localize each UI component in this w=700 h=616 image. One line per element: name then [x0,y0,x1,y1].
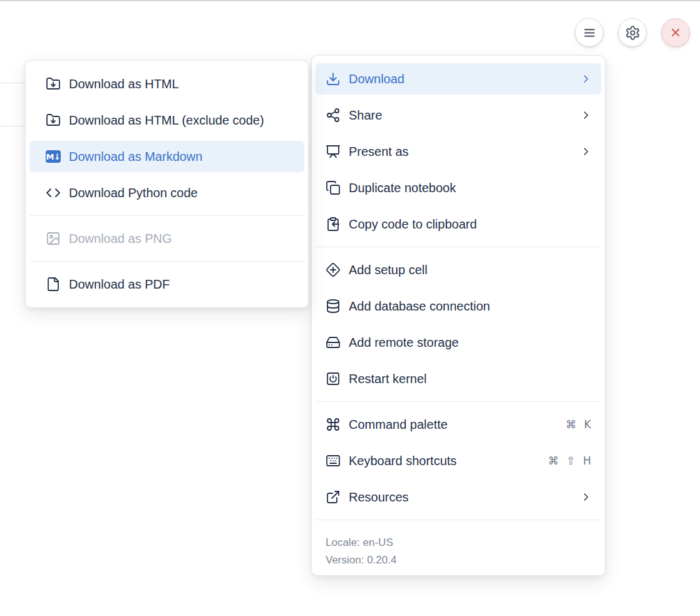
menu-separator [316,520,601,520]
menu-separator [316,401,601,402]
version-label: Version: 0.20.4 [326,552,591,569]
menu-item-add-remote-storage[interactable]: Add remote storage [316,327,601,358]
power-square-icon [326,371,341,386]
share-icon [326,108,341,123]
menu-icon [582,25,597,41]
menu-item-present-as[interactable]: Present as [316,136,601,167]
presentation-icon [326,144,341,159]
shortcut-hint: ⌘ K [565,418,592,431]
menu-item-label: Restart kernel [349,372,592,386]
menu-item-download-as-png: Download as PNG [29,223,304,254]
database-icon [326,299,341,314]
menu-item-download-as-html-exclude-code[interactable]: Download as HTML (exclude code) [29,105,304,136]
menu-item-label: Add remote storage [349,336,592,350]
keyboard-icon [326,453,341,468]
menu-item-label: Download as HTML [69,77,296,91]
folder-download-icon [46,76,61,91]
menu-item-label: Share [349,108,574,123]
download-icon [326,71,341,86]
folder-download-icon [46,113,61,128]
menu-item-add-database-connection[interactable]: Add database connection [316,290,601,322]
background-rule [0,83,26,83]
hard-drive-icon [326,335,341,350]
settings-button[interactable] [618,18,647,47]
menu-item-resources[interactable]: Resources [316,481,601,513]
chevron-right-icon [580,145,592,158]
download-submenu: Download as HTMLDownload as HTML (exclud… [25,60,309,308]
menu-item-label: Download as PNG [69,232,296,246]
gear-icon [625,25,641,41]
window-top-border [0,0,700,1]
shutdown-button[interactable] [661,18,690,47]
menu-item-label: Download as PDF [69,277,296,292]
chevron-right-icon [580,73,592,85]
menu-item-keyboard-shortcuts[interactable]: Keyboard shortcuts⌘ ⇧ H [316,445,601,476]
menu-separator [316,247,601,247]
menu-item-download-as-markdown[interactable]: M↓Download as Markdown [29,141,304,172]
close-icon [669,26,682,39]
menu-item-label: Download Python code [69,186,296,200]
menu-item-download-python-code[interactable]: Download Python code [29,177,304,208]
notebook-menu: DownloadSharePresent asDuplicate noteboo… [311,55,605,576]
menu-item-command-palette[interactable]: Command palette⌘ K [316,409,601,440]
menu-item-duplicate-notebook[interactable]: Duplicate notebook [316,172,601,203]
menu-item-label: Add database connection [349,299,592,314]
menu-item-download-as-html[interactable]: Download as HTML [29,68,304,100]
menu-item-label: Add setup cell [349,263,592,277]
menu-item-add-setup-cell[interactable]: Add setup cell [316,254,601,285]
locale-label: Locale: en-US [326,534,591,552]
clipboard-copy-icon [326,217,341,232]
command-icon [326,417,341,432]
code-icon [46,185,61,200]
menu-item-download-as-pdf[interactable]: Download as PDF [29,269,304,300]
menu-item-restart-kernel[interactable]: Restart kernel [316,363,601,394]
menu-item-label: Download [349,72,574,86]
shortcut-hint: ⌘ ⇧ H [548,454,592,467]
menu-item-label: Copy code to clipboard [349,217,592,232]
menu-item-label: Resources [349,490,574,505]
background-rule [0,126,26,126]
menu-item-label: Keyboard shortcuts [349,454,540,468]
menu-item-label: Download as HTML (exclude code) [69,113,296,128]
menu-separator [29,215,304,216]
copy-icon [326,180,341,195]
menu-item-label: Duplicate notebook [349,181,592,195]
menu-item-download[interactable]: Download [316,63,601,95]
menu-item-label: Present as [349,145,574,159]
notebook-toolbar [575,18,690,47]
file-icon [46,277,61,292]
menu-item-copy-code-to-clipboard[interactable]: Copy code to clipboard [316,208,601,240]
menu-separator [29,261,304,262]
menu-footer: Locale: en-US Version: 0.20.4 [316,527,601,575]
chevron-right-icon [580,109,592,121]
external-link-icon [326,490,341,505]
markdown-badge-icon: M↓ [46,149,61,164]
menu-item-share[interactable]: Share [316,100,601,131]
image-icon [46,231,61,246]
chevron-right-icon [580,491,592,503]
menu-item-label: Download as Markdown [69,150,296,164]
diamond-plus-icon [326,262,341,277]
app-background: { "toolbar": { "buttons": [ { "name": "n… [0,0,700,616]
menu-item-label: Command palette [349,418,558,432]
notebook-actions-button[interactable] [575,18,604,47]
